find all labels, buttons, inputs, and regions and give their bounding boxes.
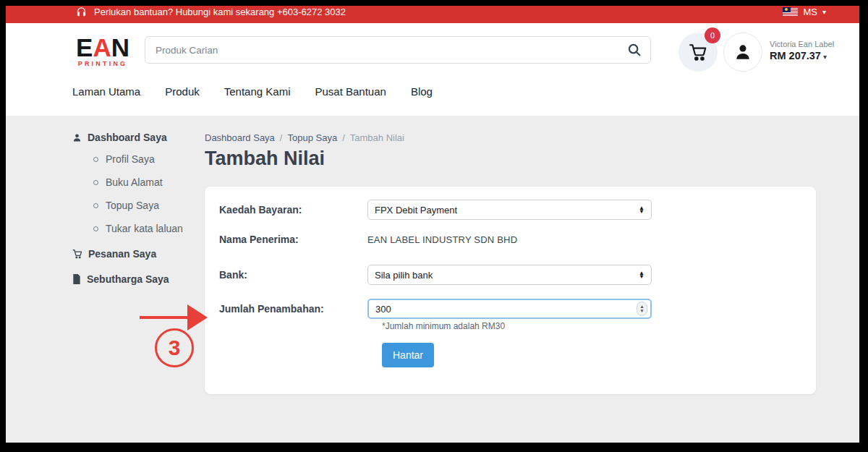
main-nav: Laman Utama Produk Tentang Kami Pusat Ba… (72, 85, 433, 98)
jumlah-penambahan-label: Jumlah Penambahan: (219, 303, 367, 315)
cart-count-badge: 0 (705, 27, 720, 43)
hantar-button[interactable]: Hantar (382, 343, 434, 367)
number-spinner-icon[interactable]: ▲▼ (637, 302, 647, 316)
nav-pusat-bantuan[interactable]: Pusat Bantuan (315, 85, 386, 98)
user-balance: RM 207.37▾ (770, 50, 834, 61)
help-contact[interactable]: Perlukan bantuan? Hubungi kami sekarang … (76, 7, 346, 17)
nav-blog[interactable]: Blog (411, 85, 433, 98)
bank-select[interactable]: Sila pilih bank ▲▼ (367, 265, 652, 285)
search-input[interactable] (145, 36, 651, 64)
headset-icon (76, 7, 87, 17)
bullet-icon (93, 203, 98, 208)
nav-tentang-kami[interactable]: Tentang Kami (224, 85, 291, 98)
person-icon (733, 43, 752, 61)
jumlah-penambahan-input[interactable] (367, 299, 652, 319)
sidebar-item-buku-alamat[interactable]: Buku Alamat (93, 176, 203, 188)
nav-laman-utama[interactable]: Laman Utama (72, 85, 140, 98)
chevron-down-icon: ▾ (823, 53, 827, 61)
logo[interactable]: EAN PRINTING (72, 36, 133, 67)
help-text: Perlukan bantuan? Hubungi kami sekarang … (94, 7, 346, 17)
avatar[interactable] (723, 33, 762, 72)
nama-penerima-label: Nama Penerima: (219, 234, 367, 245)
select-arrows-icon: ▲▼ (639, 271, 644, 278)
annotation-arrow-icon (140, 303, 209, 332)
select-arrows-icon: ▲▼ (639, 206, 644, 213)
user-menu[interactable]: Victoria Ean Label RM 207.37▾ (770, 40, 834, 61)
bullet-icon (93, 226, 98, 231)
topbar: Perlukan bantuan? Hubungi kami sekarang … (6, 6, 859, 23)
main-content-area: Dashboard Saya Profil Saya Buku Alamat T… (6, 116, 859, 443)
kaedah-bayaran-select[interactable]: FPX Debit Payment ▲▼ (367, 200, 652, 220)
minimum-amount-note: *Jumlah minimum adalah RM30 (382, 321, 505, 331)
sidebar-item-tukar-kata-laluan[interactable]: Tukar kata laluan (93, 223, 203, 234)
logo-text: EAN (72, 36, 133, 59)
malaysia-flag-icon (783, 7, 798, 17)
breadcrumb: Dashboard Saya / Topup Saya / Tambah Nil… (205, 132, 404, 143)
nav-produk[interactable]: Produk (165, 85, 200, 98)
document-icon (72, 274, 81, 284)
step-number: 3 (169, 336, 181, 360)
bullet-icon (93, 180, 98, 185)
sidebar-item-pesanan[interactable]: Pesanan Saya (72, 248, 203, 260)
person-icon (72, 133, 82, 142)
cart-icon (72, 249, 82, 259)
cart-icon (689, 43, 707, 61)
sidebar-item-dashboard[interactable]: Dashboard Saya (72, 132, 203, 143)
annotation-step-badge: 3 (155, 328, 194, 367)
bullet-icon (93, 157, 98, 162)
search-icon[interactable] (626, 42, 642, 58)
bank-label: Bank: (219, 269, 367, 281)
chevron-down-icon: ▾ (822, 8, 826, 16)
logo-subtext: PRINTING (72, 60, 133, 67)
breadcrumb-current: Tambah Nilai (350, 132, 404, 143)
sidebar-item-sebutharga[interactable]: Sebutharga Saya (72, 273, 203, 285)
sidebar-item-profil-saya[interactable]: Profil Saya (93, 153, 203, 165)
nama-penerima-value: EAN LABEL INDUSTRY SDN BHD (367, 234, 517, 245)
user-name: Victoria Ean Label (770, 40, 834, 48)
page-title: Tambah Nilai (205, 148, 325, 170)
header: EAN PRINTING 0 Victoria Ean Label RM 207… (6, 23, 859, 116)
sidebar-item-topup-saya[interactable]: Topup Saya (93, 200, 203, 211)
page: Perlukan bantuan? Hubungi kami sekarang … (6, 6, 859, 443)
topup-form-card: Kaedah Bayaran: FPX Debit Payment ▲▼ Nam… (205, 187, 816, 394)
sidebar: Dashboard Saya Profil Saya Buku Alamat T… (72, 132, 203, 295)
breadcrumb-topup[interactable]: Topup Saya (287, 132, 337, 143)
kaedah-bayaran-label: Kaedah Bayaran: (219, 204, 367, 216)
language-switcher[interactable]: MS ▾ (783, 7, 826, 17)
search-bar (145, 36, 651, 64)
language-label: MS (803, 7, 817, 17)
breadcrumb-dashboard[interactable]: Dashboard Saya (205, 132, 275, 143)
